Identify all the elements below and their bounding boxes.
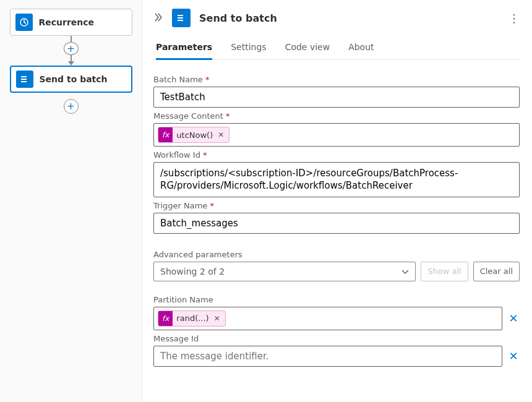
message-content-input[interactable]: fx utcNow() ✕ [153, 123, 520, 147]
clear-field-icon[interactable]: ✕ [507, 312, 520, 325]
node-label: Recurrence [39, 17, 95, 27]
remove-token-icon[interactable]: ✕ [213, 314, 221, 323]
node-label: Send to batch [40, 74, 108, 84]
tab-parameters[interactable]: Parameters [156, 38, 212, 60]
overflow-menu-icon[interactable]: ⋮ [508, 12, 520, 25]
expression-token[interactable]: fx rand(...) ✕ [158, 310, 226, 327]
batch-icon [172, 9, 191, 27]
remove-token-icon[interactable]: ✕ [217, 130, 225, 139]
label-advanced: Advanced parameters [153, 250, 520, 259]
parameters-form: Batch Name * Message Content * fx utcNow… [153, 71, 520, 367]
details-title: Send to batch [199, 12, 500, 24]
add-step-button[interactable]: + [64, 99, 79, 114]
svg-rect-4 [178, 15, 183, 16]
clear-field-icon[interactable]: ✕ [507, 349, 520, 362]
add-step-button[interactable]: + [64, 42, 79, 56]
connector: + [64, 36, 79, 66]
svg-rect-6 [178, 20, 183, 21]
node-send-to-batch[interactable]: Send to batch [10, 66, 132, 93]
message-id-input[interactable] [153, 346, 502, 367]
collapse-icon[interactable] [153, 12, 163, 24]
fx-icon: fx [158, 311, 173, 326]
workflow-id-input[interactable] [153, 162, 520, 197]
svg-rect-3 [21, 81, 27, 82]
details-pane: Send to batch ⋮ Parameters Settings Code… [142, 0, 532, 402]
node-recurrence[interactable]: Recurrence [10, 9, 132, 36]
tab-about[interactable]: About [348, 38, 374, 59]
label-workflow-id: Workflow Id * [153, 150, 520, 160]
tab-settings[interactable]: Settings [231, 38, 266, 59]
advanced-select[interactable]: Showing 2 of 2 [153, 262, 416, 281]
batch-name-input[interactable] [153, 87, 520, 108]
clear-all-button[interactable]: Clear all [473, 262, 520, 281]
chevron-down-icon [401, 267, 409, 276]
label-message-content: Message Content * [153, 111, 520, 121]
svg-rect-5 [178, 17, 183, 19]
svg-rect-1 [21, 76, 27, 77]
svg-rect-2 [21, 79, 27, 80]
tabs: Parameters Settings Code view About [153, 38, 520, 60]
workflow-canvas: Recurrence + Send to batch + [0, 0, 142, 402]
label-trigger-name: Trigger Name * [153, 201, 520, 210]
arrow-down-icon [68, 61, 74, 66]
trigger-name-input[interactable] [153, 213, 520, 234]
partition-name-input[interactable]: fx rand(...) ✕ [153, 307, 502, 330]
label-batch-name: Batch Name * [153, 75, 520, 84]
details-header: Send to batch ⋮ [153, 9, 520, 27]
label-partition-name: Partition Name [153, 295, 520, 304]
expression-token[interactable]: fx utcNow() ✕ [158, 127, 230, 143]
show-all-button: Show all [421, 262, 468, 281]
batch-icon [16, 71, 33, 88]
clock-icon [15, 14, 33, 31]
tab-code-view[interactable]: Code view [285, 38, 330, 59]
fx-icon: fx [158, 127, 173, 142]
label-message-id: Message Id [153, 334, 520, 343]
